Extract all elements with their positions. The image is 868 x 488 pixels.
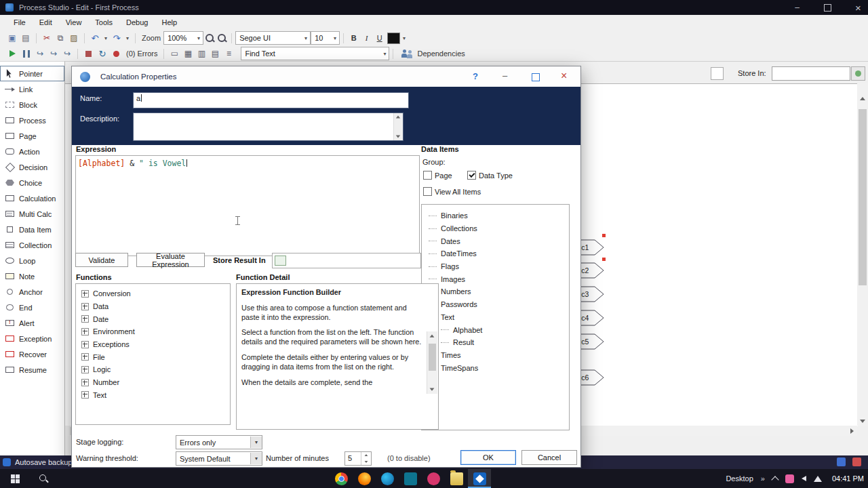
vertical-scrollbar[interactable]	[857, 83, 868, 426]
pause-icon[interactable]	[23, 50, 30, 58]
expand-plus-icon[interactable]	[81, 391, 89, 399]
data-item-passwords[interactable]: Passwords	[422, 298, 569, 311]
play-icon[interactable]	[9, 50, 16, 57]
vertical-scroll-thumb[interactable]	[859, 109, 867, 285]
evaluate-expression-button[interactable]: Evaluate Expression	[136, 253, 205, 267]
volume-icon[interactable]	[802, 476, 806, 481]
taskbar-app-firefox[interactable]	[353, 469, 376, 488]
page-checkbox[interactable]	[423, 171, 432, 180]
expand-plus-icon[interactable]	[81, 366, 89, 373]
palette-item-alert[interactable]: Alert	[0, 315, 64, 331]
minimize-icon[interactable]	[782, 0, 812, 15]
taskbar-app-mail[interactable]	[399, 469, 422, 488]
dialog-titlebar[interactable]: Calculation Properties ?	[72, 66, 580, 87]
palette-item-loop[interactable]: Loop	[0, 253, 64, 268]
data-item-numbers[interactable]: Numbers	[422, 285, 569, 298]
scroll-down-icon[interactable]	[860, 420, 865, 423]
zoom-select[interactable]: 100%	[163, 31, 203, 45]
refresh-icon[interactable]	[96, 47, 109, 60]
find-text-input[interactable]: Find Text	[241, 47, 389, 60]
taskbar-app-process-studio[interactable]	[468, 469, 491, 488]
function-group-logic[interactable]: Logic	[76, 363, 230, 376]
data-item-dates[interactable]: Dates	[422, 235, 569, 247]
minutes-stepper[interactable]: 5	[344, 451, 372, 466]
expand-plus-icon[interactable]	[81, 290, 89, 298]
name-input[interactable]: a	[133, 92, 409, 108]
stop-icon[interactable]	[85, 51, 92, 57]
validate-button[interactable]: Validate	[75, 253, 128, 267]
dependencies-button[interactable]: Dependencies	[417, 49, 465, 58]
bold-button[interactable]: B	[347, 32, 360, 44]
undo-icon[interactable]	[88, 32, 102, 44]
palette-item-link[interactable]: Link	[0, 81, 64, 97]
clock[interactable]: 04:41 PM	[832, 474, 864, 483]
data-items-tree[interactable]: BinariesCollectionsDatesDateTimesFlagsIm…	[421, 204, 570, 430]
stepper-down-button[interactable]	[361, 459, 371, 466]
expand-plus-icon[interactable]	[81, 303, 89, 310]
snapshot-icon[interactable]	[167, 47, 181, 60]
font-select[interactable]: Segoe UI	[235, 31, 311, 45]
taskbar-search-button[interactable]	[30, 469, 57, 488]
cut-icon[interactable]	[40, 32, 54, 44]
grid-icon[interactable]	[181, 47, 195, 60]
zoom-in-icon[interactable]	[203, 32, 216, 44]
function-group-data[interactable]: Data	[76, 300, 230, 313]
palette-item-pointer[interactable]: Pointer	[0, 66, 64, 81]
palette-item-anchor[interactable]: Anchor	[0, 284, 64, 300]
function-group-text[interactable]: Text	[76, 389, 230, 402]
view-all-items-checkbox-row[interactable]: View All Items	[423, 187, 481, 196]
taskbar-app-edge[interactable]	[376, 469, 399, 488]
function-group-exceptions[interactable]: Exceptions	[76, 338, 230, 351]
panel-icon[interactable]	[195, 47, 208, 60]
data-item-alphabet[interactable]: Alphabet	[422, 323, 569, 336]
underline-button[interactable]: U	[373, 32, 386, 44]
data-item-result[interactable]: Result	[422, 336, 569, 349]
function-group-file[interactable]: File	[76, 350, 230, 363]
expand-plus-icon[interactable]	[81, 315, 89, 323]
redo-icon[interactable]	[110, 32, 123, 44]
menu-help[interactable]: Help	[155, 16, 184, 28]
double-chevron-icon[interactable]	[761, 474, 765, 483]
copy-icon[interactable]	[54, 32, 67, 44]
save-icon[interactable]	[5, 32, 19, 44]
tray-photos-icon[interactable]	[785, 474, 794, 483]
font-size-select[interactable]: 10	[311, 31, 340, 45]
detail-scroll-thumb[interactable]	[429, 344, 436, 371]
data-item-timespans[interactable]: TimeSpans	[422, 361, 569, 374]
menu-debug[interactable]: Debug	[119, 16, 155, 28]
data-item-datetimes[interactable]: DateTimes	[422, 247, 569, 260]
function-group-date[interactable]: Date	[76, 312, 230, 325]
desktop-toolbar-label[interactable]: Desktop	[726, 474, 753, 483]
function-group-number[interactable]: Number	[76, 376, 230, 389]
scroll-right-icon[interactable]	[850, 428, 854, 434]
expand-plus-icon[interactable]	[81, 328, 89, 336]
stepper-up-button[interactable]	[361, 452, 371, 459]
mini-field[interactable]	[711, 67, 724, 80]
menu-view[interactable]: View	[59, 16, 89, 28]
errors-button[interactable]: (0) Errors	[126, 49, 157, 58]
palette-item-decision[interactable]: Decision	[0, 159, 64, 175]
palette-item-end[interactable]: End	[0, 300, 64, 315]
dialog-close-icon[interactable]	[561, 70, 567, 82]
palette-item-block[interactable]: Block	[0, 97, 64, 113]
undo-dropdown-icon[interactable]	[102, 30, 110, 46]
scroll-up-icon[interactable]	[396, 116, 400, 119]
scroll-up-icon[interactable]	[860, 97, 865, 100]
taskbar-app-chrome[interactable]	[330, 469, 353, 488]
step-icon[interactable]	[33, 47, 47, 60]
ok-button[interactable]: OK	[460, 450, 516, 465]
expression-input[interactable]: [Alphabet] & " is Vowel	[75, 155, 420, 256]
network-icon[interactable]	[814, 476, 822, 482]
menu-file[interactable]: File	[7, 16, 33, 28]
description-input[interactable]	[133, 113, 403, 141]
palette-item-action[interactable]: Action	[0, 144, 64, 159]
report-icon[interactable]	[208, 47, 222, 60]
dialog-maximize-icon[interactable]	[532, 73, 540, 81]
palette-item-collection[interactable]: Collection	[0, 237, 64, 253]
list-icon[interactable]	[222, 47, 235, 60]
italic-button[interactable]: I	[360, 32, 373, 44]
store-in-input[interactable]	[772, 66, 850, 81]
dialog-minimize-icon[interactable]	[502, 70, 507, 81]
data-item-collections[interactable]: Collections	[422, 222, 569, 235]
palette-item-process[interactable]: Process	[0, 113, 64, 128]
